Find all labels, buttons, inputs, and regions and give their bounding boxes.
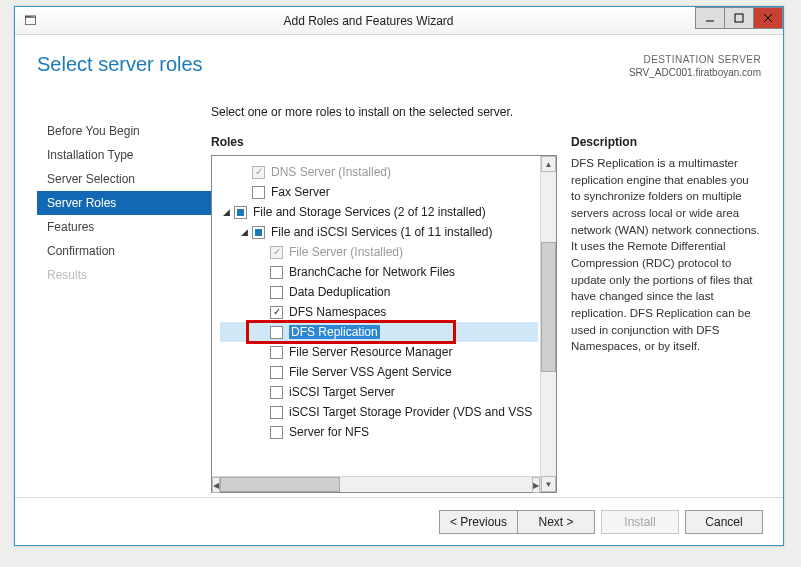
roles-label: Roles	[211, 135, 557, 149]
header: Select server roles DESTINATION SERVER S…	[15, 35, 783, 91]
maximize-button[interactable]	[724, 7, 754, 29]
nav-results: Results	[37, 263, 211, 287]
scroll-left-button[interactable]: ◀	[212, 477, 220, 493]
role-checkbox[interactable]	[270, 346, 283, 359]
role-item[interactable]: DFS Replication	[220, 322, 538, 342]
role-checkbox[interactable]	[270, 426, 283, 439]
app-icon: 🗔	[19, 10, 41, 32]
role-label: Data Deduplication	[289, 285, 390, 299]
window-buttons	[696, 7, 783, 34]
close-button[interactable]	[753, 7, 783, 29]
wizard-window: 🗔 Add Roles and Features Wizard Select s…	[14, 6, 784, 546]
role-label: File and Storage Services (2 of 12 insta…	[253, 205, 486, 219]
destination-info: DESTINATION SERVER SRV_ADC001.firatboyan…	[629, 53, 761, 91]
page-title: Select server roles	[37, 53, 203, 91]
next-button[interactable]: Next >	[517, 510, 595, 534]
previous-button[interactable]: < Previous	[439, 510, 517, 534]
role-label: iSCSI Target Storage Provider (VDS and V…	[289, 405, 532, 419]
minimize-button[interactable]	[695, 7, 725, 29]
role-item[interactable]: File Server (Installed)	[220, 242, 538, 262]
role-item[interactable]: ◢File and iSCSI Services (1 of 11 instal…	[220, 222, 538, 242]
scroll-thumb-horizontal[interactable]	[220, 477, 340, 492]
role-label: File Server (Installed)	[289, 245, 403, 259]
role-item[interactable]: Data Deduplication	[220, 282, 538, 302]
scrollbar-horizontal[interactable]: ◀ ▶	[212, 476, 540, 492]
svg-rect-1	[735, 14, 743, 22]
role-item[interactable]: File Server Resource Manager	[220, 342, 538, 362]
description-text: DFS Replication is a multimaster replica…	[571, 155, 761, 355]
role-label: File and iSCSI Services (1 of 11 install…	[271, 225, 492, 239]
scroll-thumb-vertical[interactable]	[541, 242, 556, 372]
scroll-down-button[interactable]: ▼	[541, 476, 556, 492]
titlebar: 🗔 Add Roles and Features Wizard	[15, 7, 783, 35]
description-label: Description	[571, 135, 761, 149]
install-button: Install	[601, 510, 679, 534]
wizard-footer: < Previous Next > Install Cancel	[15, 497, 783, 545]
role-label: File Server VSS Agent Service	[289, 365, 452, 379]
collapse-icon[interactable]: ◢	[220, 207, 232, 217]
role-checkbox[interactable]	[270, 306, 283, 319]
nav-installation-type[interactable]: Installation Type	[37, 143, 211, 167]
role-item[interactable]: File Server VSS Agent Service	[220, 362, 538, 382]
role-item[interactable]: DFS Namespaces	[220, 302, 538, 322]
scroll-right-button[interactable]: ▶	[532, 477, 540, 493]
role-label: iSCSI Target Server	[289, 385, 395, 399]
role-checkbox[interactable]	[270, 386, 283, 399]
role-checkbox[interactable]	[252, 226, 265, 239]
description-column: Description DFS Replication is a multima…	[571, 135, 761, 493]
nav-server-roles[interactable]: Server Roles	[37, 191, 211, 215]
role-item[interactable]: Server for NFS	[220, 422, 538, 442]
roles-column: Roles DNS Server (Installed)Fax Server◢F…	[211, 135, 557, 493]
main-pane: Select one or more roles to install on t…	[211, 105, 761, 493]
role-item[interactable]: BranchCache for Network Files	[220, 262, 538, 282]
nav-confirmation[interactable]: Confirmation	[37, 239, 211, 263]
roles-listbox[interactable]: DNS Server (Installed)Fax Server◢File an…	[211, 155, 557, 493]
role-label: DFS Namespaces	[289, 305, 386, 319]
role-label: BranchCache for Network Files	[289, 265, 455, 279]
cancel-button[interactable]: Cancel	[685, 510, 763, 534]
role-checkbox	[270, 246, 283, 259]
role-checkbox	[252, 166, 265, 179]
wizard-nav: Before You Begin Installation Type Serve…	[37, 105, 211, 493]
nav-server-selection[interactable]: Server Selection	[37, 167, 211, 191]
window-title: Add Roles and Features Wizard	[41, 14, 696, 28]
role-checkbox[interactable]	[270, 406, 283, 419]
role-label: File Server Resource Manager	[289, 345, 452, 359]
nav-before-you-begin[interactable]: Before You Begin	[37, 119, 211, 143]
role-item[interactable]: ◢File and Storage Services (2 of 12 inst…	[220, 202, 538, 222]
role-checkbox[interactable]	[270, 266, 283, 279]
instructions: Select one or more roles to install on t…	[211, 105, 761, 119]
role-item[interactable]: iSCSI Target Server	[220, 382, 538, 402]
role-checkbox[interactable]	[234, 206, 247, 219]
role-label: DNS Server (Installed)	[271, 165, 391, 179]
scrollbar-vertical[interactable]: ▲ ▼	[540, 156, 556, 492]
role-label: Fax Server	[271, 185, 330, 199]
role-checkbox[interactable]	[270, 366, 283, 379]
nav-features[interactable]: Features	[37, 215, 211, 239]
role-checkbox[interactable]	[270, 286, 283, 299]
role-checkbox[interactable]	[270, 326, 283, 339]
collapse-icon[interactable]: ◢	[238, 227, 250, 237]
role-label: Server for NFS	[289, 425, 369, 439]
scroll-up-button[interactable]: ▲	[541, 156, 556, 172]
role-item[interactable]: DNS Server (Installed)	[220, 162, 538, 182]
role-item[interactable]: iSCSI Target Storage Provider (VDS and V…	[220, 402, 538, 422]
role-item[interactable]: Fax Server	[220, 182, 538, 202]
role-label: DFS Replication	[289, 325, 380, 339]
role-checkbox[interactable]	[252, 186, 265, 199]
